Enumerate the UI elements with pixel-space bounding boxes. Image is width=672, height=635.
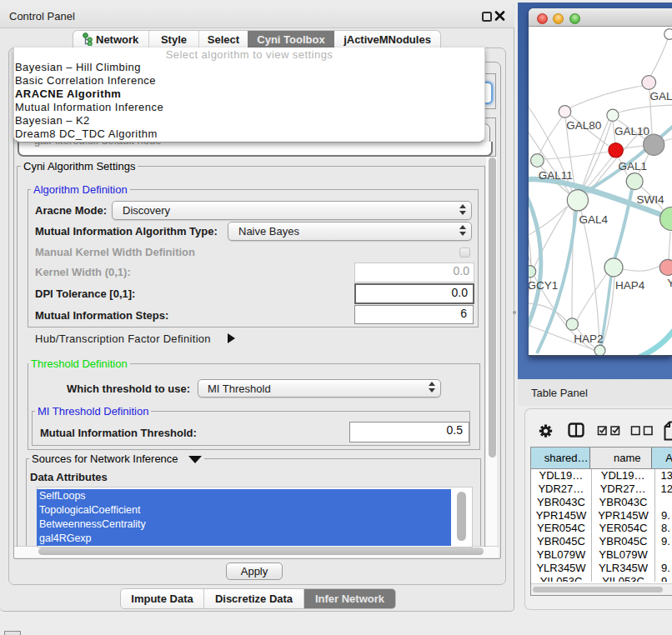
svg-text:GAL1: GAL1	[619, 160, 648, 172]
svg-text:GAL80: GAL80	[566, 119, 601, 132]
svg-text:GAL10: GAL10	[614, 125, 649, 138]
svg-text:HAP4: HAP4	[615, 279, 645, 292]
svg-text:SWI4: SWI4	[637, 193, 664, 206]
svg-text:Y: Y	[667, 277, 672, 289]
svg-text:GAL2: GAL2	[650, 90, 672, 102]
svg-text:GAL4: GAL4	[579, 213, 608, 226]
svg-text:GCY1: GCY1	[529, 279, 558, 292]
svg-text:GAL11: GAL11	[539, 169, 573, 182]
svg-text:HAP2: HAP2	[574, 332, 603, 345]
